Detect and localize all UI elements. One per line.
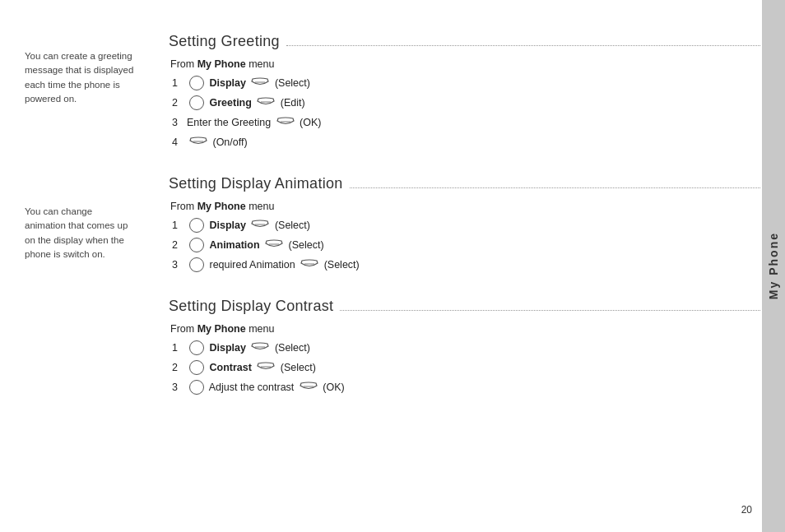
- step-contrast-1: 1 Display (Select): [172, 340, 760, 356]
- nav-icon: [189, 360, 204, 375]
- from-line-greeting: From My Phone menu: [170, 58, 760, 70]
- section-heading-greeting: Setting Greeting: [169, 33, 280, 50]
- page-container: You can create a greeting message that i…: [0, 0, 785, 532]
- step-content: required Animation (Select): [207, 257, 360, 273]
- soft-key-icon: [189, 136, 207, 148]
- from-line-contrast: From My Phone menu: [170, 323, 760, 335]
- section-animation: Setting Display Animation From My Phone …: [169, 175, 760, 273]
- step-content: Display (Select): [207, 75, 310, 91]
- step-contrast-3: 3 Adjust the contrast (OK): [172, 379, 760, 396]
- step-content: Enter the Greeting (OK): [187, 114, 321, 131]
- dots-greeting: [286, 45, 760, 46]
- steps-greeting: 1 Display (Select): [172, 75, 760, 150]
- steps-animation: 1 Display (Select): [172, 217, 760, 273]
- note-text-1: You can create a greeting message that i…: [25, 49, 136, 106]
- right-tab-label: My Phone: [767, 232, 780, 299]
- step-num: 1: [172, 217, 187, 234]
- step-num: 3: [172, 257, 187, 273]
- step-num: 3: [172, 114, 187, 131]
- step-content: Display (Select): [207, 217, 310, 234]
- main-content: Setting Greeting From My Phone menu 1 Di…: [152, 0, 785, 532]
- step-greeting-3: 3 Enter the Greeting (OK): [172, 114, 760, 131]
- dots-animation: [350, 187, 760, 188]
- step-content: Display (Select): [207, 340, 310, 356]
- nav-icon: [189, 257, 204, 272]
- step-num: 1: [172, 340, 187, 356]
- soft-key-icon: [251, 220, 269, 231]
- soft-key-icon: [257, 362, 275, 373]
- soft-key-icon: [257, 97, 275, 109]
- step-content: (On/off): [210, 134, 248, 150]
- soft-key-icon: [265, 239, 283, 251]
- dots-contrast: [340, 310, 760, 311]
- step-greeting-2: 2 Greeting (Edit): [172, 95, 760, 111]
- section-title-animation: Setting Display Animation: [169, 175, 760, 192]
- section-greeting: Setting Greeting From My Phone menu 1 Di…: [169, 33, 760, 150]
- page-number: 20: [741, 504, 752, 516]
- right-tab: My Phone: [762, 0, 785, 532]
- from-line-animation: From My Phone menu: [170, 201, 760, 212]
- nav-icon: [189, 76, 204, 90]
- step-animation-1: 1 Display (Select): [172, 217, 760, 234]
- step-contrast-2: 2 Contrast (Select): [172, 359, 760, 376]
- section-heading-animation: Setting Display Animation: [169, 175, 343, 192]
- nav-icon: [189, 238, 204, 252]
- note-text-2: You can change animation that comes up o…: [25, 205, 136, 261]
- nav-icon: [189, 380, 204, 395]
- step-num: 2: [172, 359, 187, 376]
- step-greeting-4: 4 (On/off): [172, 134, 760, 150]
- step-num: 2: [172, 237, 187, 253]
- section-heading-contrast: Setting Display Contrast: [169, 298, 333, 315]
- step-num: 3: [172, 379, 187, 396]
- soft-key-icon: [251, 77, 269, 89]
- steps-contrast: 1 Display (Select): [172, 340, 760, 396]
- step-content: Contrast (Select): [207, 359, 316, 376]
- nav-icon: [189, 218, 204, 233]
- soft-key-icon: [300, 382, 318, 393]
- section-contrast: Setting Display Contrast From My Phone m…: [169, 298, 760, 396]
- section-title-greeting: Setting Greeting: [169, 33, 760, 50]
- step-content: Greeting (Edit): [207, 95, 305, 111]
- step-num: 2: [172, 95, 187, 111]
- step-animation-2: 2 Animation (Select): [172, 237, 760, 253]
- step-num: 1: [172, 75, 187, 91]
- step-num: 4: [172, 134, 187, 150]
- soft-key-icon: [251, 342, 269, 354]
- section-title-contrast: Setting Display Contrast: [169, 298, 760, 315]
- step-animation-3: 3 required Animation (Select): [172, 257, 760, 273]
- step-greeting-1: 1 Display (Select): [172, 75, 760, 91]
- nav-icon: [189, 340, 204, 355]
- note-block-2: You can change animation that comes up o…: [25, 205, 136, 261]
- step-content: Animation (Select): [207, 237, 324, 253]
- note-block-1: You can create a greeting message that i…: [25, 49, 136, 106]
- nav-icon: [189, 95, 204, 110]
- soft-key-icon: [300, 259, 318, 271]
- soft-key-icon: [276, 117, 295, 128]
- step-content: Adjust the contrast (OK): [207, 379, 345, 396]
- left-notes: You can create a greeting message that i…: [0, 0, 152, 532]
